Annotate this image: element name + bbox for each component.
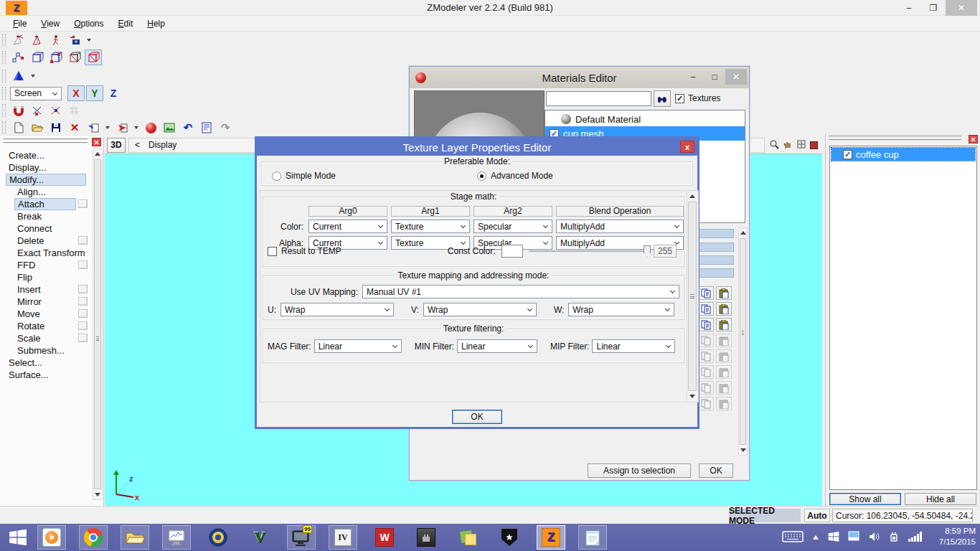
- volume-icon[interactable]: [868, 531, 880, 545]
- paste-button[interactable]: [716, 286, 732, 300]
- paste-button-disabled[interactable]: [716, 365, 732, 379]
- axis-x-button[interactable]: X: [67, 85, 85, 101]
- command-surface[interactable]: Surface...: [6, 369, 92, 381]
- command-display[interactable]: Display...: [6, 161, 92, 174]
- magnet-snap-icon[interactable]: [10, 103, 27, 118]
- paste-button-disabled[interactable]: [716, 349, 732, 363]
- w-address-select[interactable]: Wrap: [568, 303, 674, 316]
- snap-grid-icon[interactable]: [66, 103, 83, 118]
- pin-box[interactable]: [78, 309, 88, 318]
- copy-button-disabled[interactable]: [698, 349, 714, 363]
- menu-help[interactable]: Help: [140, 17, 172, 30]
- texture-dialog-ok-button[interactable]: OK: [452, 410, 502, 424]
- panel-grip[interactable]: [3, 138, 88, 143]
- zoom-icon[interactable]: [769, 139, 779, 151]
- texture-browser-icon[interactable]: [161, 120, 178, 136]
- undo-icon[interactable]: ↶: [179, 120, 197, 136]
- open-file-icon[interactable]: [29, 120, 46, 136]
- materials-scrollbar[interactable]: [738, 227, 748, 456]
- scroll-down-icon[interactable]: [687, 392, 697, 401]
- primitive-dropdown-icon[interactable]: [31, 75, 35, 77]
- taskbar-chrome-icon[interactable]: [79, 525, 108, 550]
- menu-file[interactable]: File: [6, 17, 34, 30]
- taskbar-media-player-icon[interactable]: [37, 525, 66, 550]
- vertices-mode-icon[interactable]: [10, 50, 27, 65]
- command-mirror[interactable]: Mirror: [14, 296, 92, 308]
- delete-icon[interactable]: ✕: [66, 120, 83, 136]
- close-button[interactable]: ✕: [946, 0, 977, 16]
- command-exact-transform[interactable]: Exact Transform: [14, 247, 92, 259]
- toolbar-grip[interactable]: [2, 104, 6, 117]
- objects-mode-icon[interactable]: [85, 50, 102, 65]
- taskbar-gta-v-icon[interactable]: V: [245, 525, 274, 550]
- radio-icon[interactable]: [477, 171, 486, 181]
- scroll-down-icon[interactable]: [739, 446, 747, 455]
- command-connect[interactable]: Connect: [14, 222, 92, 235]
- toolbar-grip[interactable]: [2, 51, 6, 64]
- walk-mode-icon[interactable]: [47, 32, 65, 48]
- hide-all-button[interactable]: Hide all: [905, 493, 976, 505]
- command-rotate[interactable]: Rotate: [14, 320, 92, 332]
- copy-button[interactable]: [698, 318, 714, 331]
- redo-icon[interactable]: ↷: [217, 120, 234, 136]
- me-minimize-button[interactable]: –: [682, 69, 704, 85]
- materials-ok-button[interactable]: OK: [699, 463, 733, 478]
- pin-box[interactable]: [78, 260, 88, 269]
- restore-button[interactable]: ❐: [921, 0, 946, 16]
- uv-mapping-select[interactable]: Manual UV #1: [362, 285, 679, 298]
- scroll-up-icon[interactable]: [93, 149, 102, 159]
- scroll-up-icon[interactable]: [739, 228, 747, 237]
- new-file-icon[interactable]: [10, 120, 27, 136]
- commands-panel-close-icon[interactable]: [92, 138, 101, 146]
- scrollbar-thumb[interactable]: [688, 202, 697, 391]
- command-attach[interactable]: Attach: [14, 198, 92, 210]
- const-color-swatch[interactable]: [501, 245, 523, 258]
- menu-options[interactable]: Options: [67, 17, 110, 30]
- pin-box[interactable]: [78, 334, 88, 342]
- axis-y-button[interactable]: Y: [86, 85, 103, 101]
- command-delete[interactable]: Delete: [14, 235, 92, 247]
- copy-button-disabled[interactable]: [698, 397, 714, 410]
- polygons-mode-icon[interactable]: [47, 50, 65, 65]
- copy-button[interactable]: [698, 302, 714, 316]
- toolbar-grip[interactable]: [2, 87, 6, 100]
- action-center-icon[interactable]: [828, 531, 839, 545]
- menu-view[interactable]: View: [34, 17, 67, 30]
- import-dropdown-icon[interactable]: [105, 126, 110, 129]
- scrollbar-thumb[interactable]: [740, 238, 746, 445]
- menu-edit[interactable]: Edit: [111, 17, 141, 30]
- const-color-slider[interactable]: [529, 250, 648, 252]
- toolbar-grip[interactable]: [2, 121, 6, 134]
- panel-grip[interactable]: [829, 136, 961, 141]
- submesh-mode-icon[interactable]: [66, 50, 83, 65]
- taskbar-notepad-icon[interactable]: [578, 525, 607, 550]
- power-icon[interactable]: [888, 531, 900, 545]
- pan-hand-icon[interactable]: [783, 139, 793, 151]
- v-address-select[interactable]: Wrap: [423, 303, 537, 316]
- u-address-select[interactable]: Wrap: [281, 303, 394, 316]
- find-material-button[interactable]: [654, 90, 671, 107]
- toolbar-grip[interactable]: [2, 34, 6, 47]
- commands-scrollbar[interactable]: [93, 149, 103, 500]
- object-item-coffee-cup[interactable]: ✓ coffee cup: [831, 148, 975, 161]
- mag-filter-select[interactable]: Linear: [314, 339, 402, 353]
- paste-button-disabled[interactable]: [716, 334, 732, 347]
- taskbar-police-badge-icon[interactable]: [204, 525, 232, 550]
- pin-box[interactable]: [78, 236, 88, 245]
- command-create[interactable]: Create...: [6, 149, 92, 161]
- command-submesh[interactable]: Submesh...: [14, 344, 92, 357]
- taskbar-badge-star-icon[interactable]: [495, 525, 524, 550]
- export-dropdown-icon[interactable]: [134, 126, 138, 129]
- taskbar-shadow-game-icon[interactable]: [412, 525, 440, 550]
- view-tool-icon[interactable]: [66, 32, 83, 48]
- viewport-mode-button[interactable]: 3D: [107, 138, 126, 153]
- slider-thumb[interactable]: [644, 245, 651, 258]
- materials-editor-icon[interactable]: [142, 120, 159, 136]
- paste-button-disabled[interactable]: [716, 397, 732, 410]
- taskbar-gta-iv-icon[interactable]: IV: [329, 525, 357, 550]
- command-align[interactable]: Align...: [14, 186, 92, 198]
- snap-vertex-icon[interactable]: [29, 103, 46, 118]
- taskbar-file-explorer-icon[interactable]: [121, 525, 149, 550]
- taskbar-zmodeler-icon[interactable]: Z: [537, 525, 565, 550]
- paste-button-disabled[interactable]: [716, 381, 732, 395]
